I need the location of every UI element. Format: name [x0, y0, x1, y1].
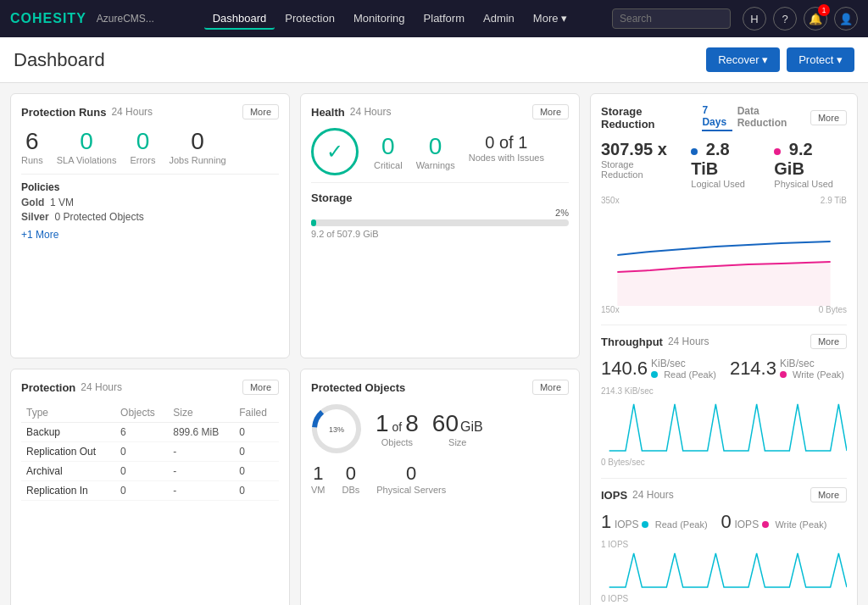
- prot-type: Backup: [21, 423, 115, 442]
- help-circle-icon[interactable]: H: [743, 7, 766, 31]
- health-more[interactable]: More: [532, 104, 569, 119]
- write-metric: 214.3 KiB/sec Write (Peak): [730, 358, 844, 380]
- search-input[interactable]: [612, 8, 731, 29]
- sla-stat: 0 SLA Violations: [57, 128, 117, 165]
- brand-name: COHESITY: [10, 11, 86, 25]
- user-icon[interactable]: 👤: [834, 7, 858, 31]
- po-vm-label: VM: [311, 485, 326, 495]
- storage-info: 9.2 of 507.9 GiB: [311, 229, 569, 239]
- read-unit: KiB/sec: [651, 358, 716, 369]
- prot-type: Replication Out: [21, 442, 115, 462]
- nodes-label: Nodes with Issues: [469, 153, 544, 163]
- write-unit: KiB/sec: [780, 358, 844, 369]
- throughput-more[interactable]: More: [810, 334, 847, 349]
- prot-failed: 0: [234, 481, 279, 501]
- sr-main-value: 307.95 x: [601, 140, 677, 159]
- protection-card: Protection 24 Hours More Type Objects Si…: [10, 369, 290, 605]
- errors-stat: 0 Errors: [130, 128, 155, 165]
- dashboard-grid: Protection Runs 24 Hours More 6 Runs 0 S…: [0, 83, 868, 605]
- iops-chart-svg: [601, 549, 847, 591]
- po-of: of: [392, 420, 403, 434]
- protection-runs-title: Protection Runs 24 Hours More: [21, 104, 279, 119]
- throughput-metrics: 140.6 KiB/sec Read (Peak) 214.3 KiB/sec: [601, 358, 847, 380]
- nav-monitoring[interactable]: Monitoring: [345, 8, 414, 30]
- nav-dashboard[interactable]: Dashboard: [204, 8, 275, 30]
- storage-progress-bg: [311, 219, 569, 226]
- notifications-icon[interactable]: 🔔 1: [804, 7, 827, 31]
- table-row: Replication Out 0 - 0: [21, 442, 279, 462]
- sr-tab-data-reduction[interactable]: Data Reduction: [737, 105, 805, 130]
- sla-label: SLA Violations: [57, 155, 117, 165]
- protection-table: Type Objects Size Failed Backup 6 899.6 …: [21, 403, 279, 501]
- po-more[interactable]: More: [532, 380, 569, 395]
- protected-objects-card: Protected Objects More 13% 1 of 8 Object…: [300, 369, 580, 605]
- sla-value: 0: [57, 128, 117, 155]
- nav-platform[interactable]: Platform: [415, 8, 473, 30]
- po-main-stats: 13% 1 of 8 Objects 60 GiB Size: [311, 403, 569, 454]
- throughput-section: Throughput 24 Hours More 140.6 KiB/sec R…: [601, 325, 847, 605]
- question-icon[interactable]: ?: [773, 7, 797, 31]
- physical-dot: [774, 148, 781, 155]
- throughput-title: Throughput 24 Hours More: [601, 334, 847, 349]
- nodes-stat: 0 of 1 Nodes with Issues: [469, 133, 544, 170]
- logical-label: Logical Used: [691, 179, 760, 189]
- errors-value: 0: [130, 128, 155, 155]
- po-size-stat: 60 GiB Size: [432, 410, 483, 447]
- physical-value-item: 9.2 GiB Physical Used: [774, 140, 847, 189]
- silver-policy: Silver 0 Protected Objects: [21, 211, 279, 223]
- protection-more[interactable]: More: [242, 380, 279, 395]
- nav-icons: H ? 🔔 1 👤: [743, 7, 858, 31]
- nav-protection[interactable]: Protection: [276, 8, 343, 30]
- col-failed: Failed: [234, 403, 279, 423]
- sr-value-item: 307.95 x Storage Reduction: [601, 140, 677, 189]
- protection-runs-more[interactable]: More: [242, 104, 279, 119]
- runs-stat: 6 Runs: [21, 128, 43, 165]
- iops-read-dot: [642, 521, 648, 528]
- write-dot: [780, 371, 787, 378]
- po-size-label: Size: [432, 437, 483, 447]
- table-row: Backup 6 899.6 MiB 0: [21, 423, 279, 442]
- logical-dot: [691, 148, 698, 155]
- nav-links: Dashboard Protection Monitoring Platform…: [171, 8, 609, 30]
- sr-chart-y-high: 350x: [601, 196, 620, 205]
- critical-stat: 0 Critical: [374, 133, 403, 170]
- po-donut: 13%: [311, 403, 362, 454]
- prot-failed: 0: [234, 462, 279, 481]
- runs-value: 6: [21, 128, 43, 155]
- sr-chart: 350x 150x 2.9 TiB 0 Bytes: [601, 196, 847, 314]
- protection-runs-stats: 6 Runs 0 SLA Violations 0 Errors 0 Jobs …: [21, 128, 279, 165]
- storage-reduction-card: Storage Reduction 7 Days Data Reduction …: [590, 93, 858, 605]
- page-header: Dashboard Recover ▾ Protect ▾: [0, 37, 868, 83]
- prot-failed: 0: [234, 423, 279, 442]
- page-title: Dashboard: [14, 49, 105, 71]
- iops-write-value: 0: [721, 511, 732, 532]
- sr-more[interactable]: More: [810, 110, 847, 125]
- runs-label: Runs: [21, 155, 43, 165]
- sr-tab-7days[interactable]: 7 Days: [702, 104, 732, 131]
- protection-runs-card: Protection Runs 24 Hours More 6 Runs 0 S…: [10, 93, 290, 358]
- prot-size: -: [168, 462, 234, 481]
- po-title: Protected Objects More: [311, 380, 569, 395]
- po-dbs: 0 DBs: [342, 463, 360, 495]
- col-type: Type: [21, 403, 115, 423]
- sr-metrics: 307.95 x Storage Reduction 2.8 TiB Logic…: [601, 140, 847, 189]
- health-title: Health 24 Hours More: [311, 104, 569, 119]
- protect-button[interactable]: Protect ▾: [787, 47, 854, 72]
- logical-value-item: 2.8 TiB Logical Used: [691, 140, 760, 189]
- nav-admin[interactable]: Admin: [475, 8, 523, 30]
- po-objects-stat: 1 of 8 Objects: [376, 410, 419, 447]
- tp-chart-max: 214.3 KiB/sec: [601, 386, 847, 396]
- iops-chart-max: 1 IOPS: [601, 540, 847, 549]
- policies-more-link[interactable]: +1 More: [21, 229, 58, 241]
- po-secondary-stats: 1 VM 0 DBs 0 Physical Servers: [311, 463, 569, 495]
- recover-button[interactable]: Recover ▾: [706, 47, 780, 72]
- iops-more[interactable]: More: [810, 487, 847, 502]
- nav-more[interactable]: More ▾: [525, 8, 576, 30]
- iops-write-dot: [762, 521, 769, 528]
- po-objects-label: Objects: [376, 437, 419, 447]
- storage-progress-fill: [311, 219, 316, 226]
- sr-title: Storage Reduction 7 Days Data Reduction …: [601, 104, 847, 131]
- read-metric: 140.6 KiB/sec Read (Peak): [601, 358, 716, 380]
- jobs-value: 0: [169, 128, 225, 155]
- throughput-chart-svg: [601, 396, 847, 455]
